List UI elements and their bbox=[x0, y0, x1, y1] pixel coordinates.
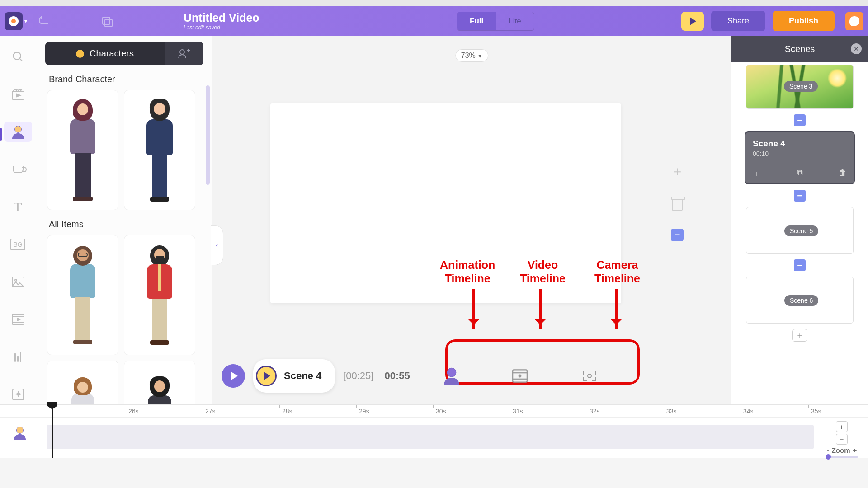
scene-badge: Scene 6 bbox=[784, 295, 818, 306]
nav-scenes[interactable] bbox=[4, 84, 32, 104]
play-all-button[interactable] bbox=[222, 364, 245, 388]
project-title[interactable]: Untitled Video bbox=[184, 11, 259, 24]
timeline-track[interactable] bbox=[47, 425, 814, 449]
scene-thumb-5[interactable]: Scene 5 bbox=[746, 207, 854, 254]
current-scene-label: Scene 4 bbox=[284, 370, 321, 382]
delete-element-button[interactable] bbox=[672, 199, 683, 211]
mode-lite-button[interactable]: Lite bbox=[496, 12, 533, 30]
video-timeline-button[interactable] bbox=[512, 369, 528, 383]
chevron-down-icon: ▼ bbox=[477, 53, 482, 59]
tool-navrail: T BG ✦ bbox=[0, 36, 36, 404]
user-avatar[interactable] bbox=[845, 12, 863, 30]
annotation-arrow-icon bbox=[539, 289, 542, 329]
scene-copy-button[interactable]: ⧉ bbox=[797, 168, 803, 179]
project-title-block: Untitled Video Last edit saved bbox=[184, 11, 259, 31]
annotation-animation: AnimationTimeline bbox=[440, 258, 495, 285]
canvas-area: ‹ 73% ▼ ＋ − AnimationTimeline VideoTimel… bbox=[212, 36, 731, 404]
scene-gap-button[interactable]: − bbox=[794, 190, 806, 202]
canvas-side-tools: ＋ − bbox=[670, 162, 684, 241]
scene-gap-button[interactable]: − bbox=[794, 259, 806, 271]
character-card[interactable] bbox=[47, 90, 118, 210]
zoom-value: 73% bbox=[461, 52, 476, 59]
character-card[interactable] bbox=[47, 361, 118, 404]
add-element-button[interactable]: ＋ bbox=[670, 162, 684, 181]
logo-dropdown-icon[interactable]: ▾ bbox=[24, 18, 27, 24]
scene-active-title: Scene 4 bbox=[753, 139, 847, 149]
nav-search[interactable] bbox=[4, 47, 32, 67]
remove-button[interactable]: − bbox=[671, 229, 684, 241]
scene-delete-button[interactable]: 🗑 bbox=[839, 168, 847, 179]
svg-point-18 bbox=[519, 375, 521, 377]
nav-audio[interactable] bbox=[4, 347, 32, 367]
zoom-in-button[interactable]: + bbox=[836, 421, 848, 432]
zoom-out-button[interactable]: − bbox=[836, 434, 848, 445]
scene-thumb-3[interactable]: Scene 3 bbox=[746, 65, 854, 109]
timeline-track-icon[interactable] bbox=[14, 427, 26, 439]
preview-play-button[interactable] bbox=[681, 12, 704, 31]
scene-badge: Scene 3 bbox=[784, 81, 818, 92]
annotation-camera: CameraTimeline bbox=[594, 258, 640, 285]
svg-point-5 bbox=[15, 279, 17, 281]
nav-background[interactable]: BG bbox=[4, 234, 32, 254]
person-icon bbox=[76, 50, 84, 58]
save-status: Last edit saved bbox=[184, 24, 259, 31]
zoom-level-dropdown[interactable]: 73% ▼ bbox=[455, 49, 488, 62]
tick: 30s bbox=[436, 408, 446, 415]
character-card[interactable] bbox=[124, 235, 195, 355]
scene-badge: Scene 5 bbox=[784, 225, 818, 236]
tick: 31s bbox=[513, 408, 523, 415]
editor-mode-toggle: Full Lite bbox=[457, 12, 534, 31]
timeline: 26s 27s 28s 29s 30s 31s 32s 33s 34s 35s … bbox=[0, 404, 868, 458]
annotation-arrow-icon bbox=[472, 289, 475, 329]
close-scenes-button[interactable]: ✕ bbox=[851, 43, 862, 54]
mode-full-button[interactable]: Full bbox=[457, 12, 496, 30]
nav-text[interactable]: T bbox=[4, 197, 32, 217]
nav-characters[interactable] bbox=[4, 122, 32, 142]
animation-timeline-button[interactable] bbox=[443, 368, 460, 384]
undo-button[interactable] bbox=[34, 12, 52, 30]
duplicate-button[interactable] bbox=[98, 12, 116, 30]
scene-active-4[interactable]: Scene 4 00:10 ＋ ⧉ 🗑 bbox=[745, 131, 855, 184]
tick: 26s bbox=[128, 408, 139, 415]
nav-props[interactable] bbox=[4, 159, 32, 179]
nav-effects[interactable]: ✦ bbox=[4, 384, 32, 404]
scenes-panel: Scenes ✕ Scene 3 − Scene 4 00:10 ＋ ⧉ 🗑 −… bbox=[731, 36, 868, 404]
share-button[interactable]: Share bbox=[711, 11, 765, 31]
time-total: 00:55 bbox=[384, 370, 410, 382]
asset-library-panel: Characters Brand Character All Items bbox=[36, 36, 212, 404]
library-scrollbar[interactable] bbox=[206, 85, 210, 185]
scene-thumb-6[interactable]: Scene 6 bbox=[746, 277, 854, 324]
time-elapsed: [00:25] bbox=[343, 370, 373, 382]
svg-text:✦: ✦ bbox=[15, 390, 21, 398]
tick: 27s bbox=[205, 408, 216, 415]
character-card[interactable] bbox=[124, 361, 195, 404]
timeline-playhead[interactable] bbox=[52, 402, 53, 458]
svg-marker-9 bbox=[17, 318, 20, 321]
annotation-video: VideoTimeline bbox=[520, 258, 566, 285]
scene-playbar: Scene 4 [00:25] 00:55 bbox=[222, 359, 597, 393]
add-scene-button[interactable]: ＋ bbox=[792, 329, 807, 342]
character-card[interactable] bbox=[47, 235, 118, 355]
camera-timeline-button[interactable] bbox=[582, 369, 597, 383]
app-header: ▾ Untitled Video Last edit saved Full Li… bbox=[0, 6, 868, 36]
scene-add-button[interactable]: ＋ bbox=[753, 168, 761, 179]
tick: 33s bbox=[666, 408, 677, 415]
nav-image[interactable] bbox=[4, 272, 32, 292]
tab-characters[interactable]: Characters bbox=[45, 42, 165, 65]
collapse-library-button[interactable]: ‹ bbox=[211, 225, 223, 265]
add-character-tab[interactable] bbox=[165, 42, 203, 65]
section-all-heading: All Items bbox=[49, 219, 203, 230]
publish-button[interactable]: Publish bbox=[773, 11, 835, 31]
scene-chip: Scene 4 bbox=[253, 359, 335, 393]
app-logo[interactable] bbox=[5, 12, 23, 30]
timeline-zoom-controls: + − -Zoom+ bbox=[826, 421, 858, 458]
nav-video[interactable] bbox=[4, 309, 32, 329]
zoom-label: Zoom bbox=[832, 446, 850, 454]
tick: 32s bbox=[590, 408, 600, 415]
scene-gap-button[interactable]: − bbox=[794, 114, 806, 126]
svg-point-0 bbox=[13, 52, 20, 59]
timeline-ruler[interactable]: 26s 27s 28s 29s 30s 31s 32s 33s 34s 35s bbox=[0, 405, 868, 418]
zoom-slider[interactable] bbox=[826, 456, 858, 458]
play-scene-button[interactable] bbox=[256, 366, 277, 386]
character-card[interactable] bbox=[124, 90, 195, 210]
